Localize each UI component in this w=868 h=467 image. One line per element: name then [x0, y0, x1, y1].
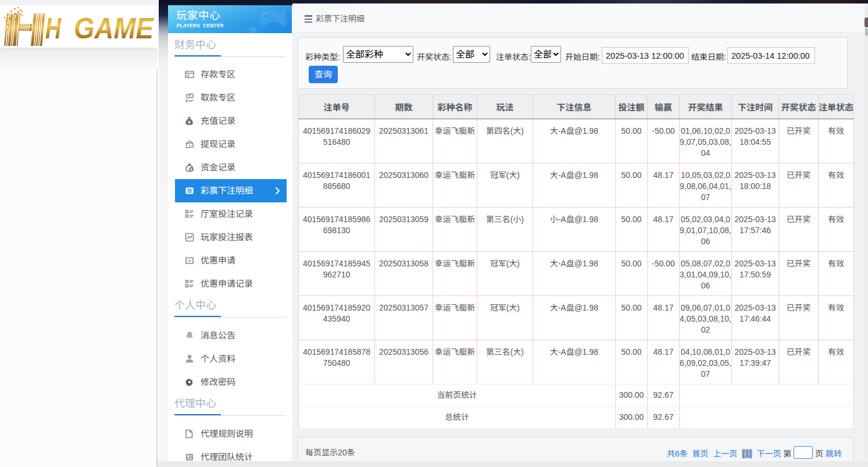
svg-text:¥: ¥ — [188, 258, 191, 263]
svg-text:¥: ¥ — [190, 167, 192, 172]
svg-text:¥: ¥ — [188, 120, 191, 125]
svg-text:GAME: GAME — [74, 12, 155, 45]
svg-text:H: H — [45, 12, 62, 45]
